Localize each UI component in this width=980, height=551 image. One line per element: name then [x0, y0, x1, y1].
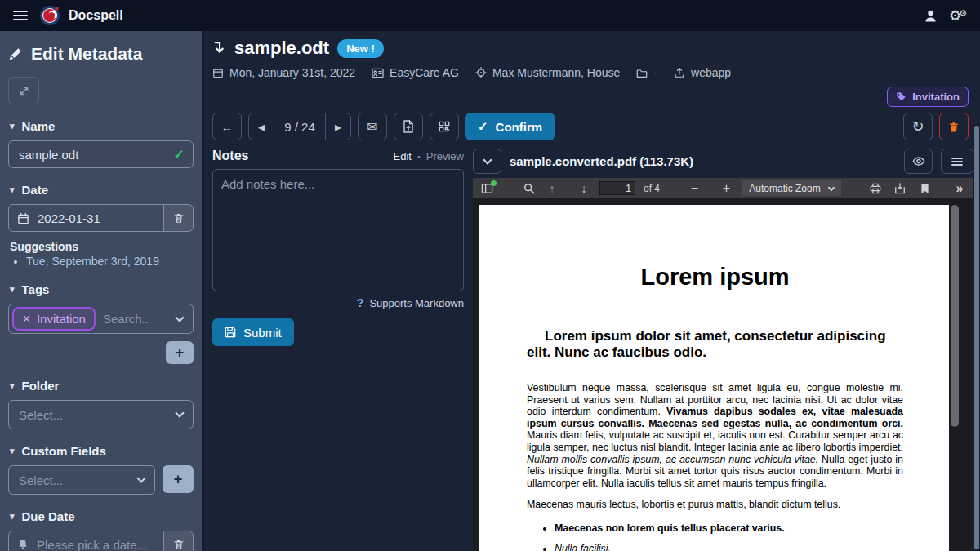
- tags-select[interactable]: ✕ Invitation Search..: [8, 304, 194, 334]
- due-date-placeholder: Please pick a date...: [37, 538, 155, 551]
- sidebar-title: Edit Metadata: [31, 44, 143, 64]
- trash-icon: [173, 212, 185, 224]
- date-section-header[interactable]: ▾ Date: [10, 183, 192, 197]
- name-input[interactable]: [17, 147, 167, 162]
- caret-left-icon: ◂: [258, 119, 265, 135]
- clear-due-date-button[interactable]: [163, 531, 193, 551]
- add-files-button[interactable]: [394, 113, 423, 140]
- file-upload-icon: [403, 120, 414, 133]
- tags-section-header[interactable]: ▾ Tags: [10, 282, 192, 296]
- reload-button[interactable]: ↻: [903, 113, 933, 140]
- back-button[interactable]: ←: [212, 113, 242, 140]
- calendar-icon: [17, 212, 29, 224]
- add-tag-button[interactable]: +: [166, 341, 194, 364]
- tags-section-label: Tags: [22, 282, 50, 296]
- trash-icon: [173, 539, 185, 550]
- pdf-zoom-out-button[interactable]: −: [687, 181, 702, 196]
- notes-title: Notes: [212, 149, 393, 163]
- pdf-paragraph: Vestibulum neque massa, scelerisque sit …: [527, 382, 903, 489]
- pdf-more-tools-button[interactable]: »: [952, 181, 967, 196]
- pdf-heading: Lorem ipsum dolor sit amet, consectetur …: [527, 328, 903, 361]
- attachment-menu-button[interactable]: [941, 149, 973, 174]
- name-section-header[interactable]: ▾ Name: [10, 119, 192, 133]
- qr-code-button[interactable]: [430, 113, 459, 140]
- arrow-down-icon: ↓: [581, 182, 587, 195]
- remove-tag-icon[interactable]: ✕: [22, 313, 31, 325]
- docspell-logo-icon: [39, 5, 60, 26]
- next-item-button[interactable]: ▸: [326, 113, 350, 140]
- due-date-field-box: Please pick a date...: [8, 531, 194, 551]
- pdf-zoom-in-button[interactable]: +: [719, 181, 733, 196]
- item-detail-main: sample.odt New ! Mon, January 31st, 2022…: [204, 31, 980, 551]
- bookmark-icon: [920, 183, 929, 194]
- custom-field-select[interactable]: Select...: [8, 465, 155, 495]
- tags-search-placeholder: Search..: [103, 312, 169, 326]
- pdf-sidebar-toggle-button[interactable]: [479, 183, 494, 194]
- pdf-page-down-button[interactable]: ↓: [577, 182, 591, 195]
- expand-sidebar-button[interactable]: [8, 77, 39, 104]
- qrcode-icon: [439, 121, 450, 132]
- folder-section-header[interactable]: ▾ Folder: [10, 379, 192, 393]
- chevron-down-icon: [175, 313, 184, 322]
- item-title: sample.odt: [234, 38, 329, 59]
- pencil-icon: [8, 47, 23, 61]
- pdf-bookmark-button[interactable]: [917, 183, 932, 194]
- pdf-scrollbar[interactable]: [951, 205, 959, 427]
- pdf-paragraph: Maecenas mauris lectus, lobortis et puru…: [527, 499, 903, 511]
- folder-select[interactable]: Select...: [8, 400, 194, 429]
- user-menu-button[interactable]: [924, 9, 938, 23]
- pdf-search-button[interactable]: [522, 183, 537, 194]
- date-picker[interactable]: 2022-01-31: [9, 205, 163, 231]
- pdf-page-up-button[interactable]: ↑: [545, 182, 559, 195]
- id-card-icon: [372, 68, 384, 78]
- due-date-section-header[interactable]: ▾ Due Date: [10, 509, 192, 523]
- page-scrollbar[interactable]: [973, 124, 980, 551]
- date-suggestion-link[interactable]: Tue, September 3rd, 2019: [26, 255, 194, 268]
- status-dot: [491, 180, 497, 186]
- add-custom-field-button[interactable]: +: [163, 465, 194, 493]
- saved-check-icon: ✓: [174, 147, 185, 162]
- preview-attachment-button[interactable]: [904, 149, 933, 174]
- custom-fields-section-header[interactable]: ▾ Custom Fields: [10, 444, 192, 458]
- notes-textarea[interactable]: [212, 169, 464, 291]
- upload-icon: [674, 67, 685, 78]
- pdf-page-input[interactable]: [599, 181, 635, 195]
- collapse-attachment-button[interactable]: [473, 149, 501, 174]
- notes-preview-link[interactable]: Preview: [426, 150, 464, 162]
- tag-chip-invitation[interactable]: ✕ Invitation: [12, 307, 96, 331]
- date-section-label: Date: [22, 183, 49, 197]
- pdf-document-title: Lorem ipsum: [527, 264, 903, 291]
- item-tag-badge: Invitation: [887, 87, 969, 107]
- bars-icon: [951, 157, 963, 167]
- clear-date-button[interactable]: [163, 205, 193, 231]
- settings-button[interactable]: ⚙ ⚙: [949, 9, 967, 23]
- plus-icon: +: [176, 344, 185, 362]
- page-scrollbar-thumb[interactable]: [974, 126, 979, 549]
- pdf-zoom-select[interactable]: Automatic Zoom: [742, 180, 840, 196]
- due-date-picker[interactable]: Please pick a date...: [9, 531, 163, 551]
- name-field-box: ✓: [8, 140, 194, 168]
- custom-field-placeholder: Select...: [19, 473, 131, 487]
- pdf-save-button[interactable]: [893, 183, 907, 194]
- plus-icon: +: [723, 181, 730, 196]
- send-mail-button[interactable]: ✉: [358, 113, 387, 140]
- caret-down-icon: ▾: [10, 121, 15, 131]
- chevron-down-icon: [136, 473, 145, 482]
- edit-metadata-sidebar: Edit Metadata ▾ Name ✓ ▾ Date 2022-01-31: [0, 31, 204, 551]
- suggestions-label: Suggestions: [10, 240, 192, 253]
- delete-item-button[interactable]: [939, 113, 969, 140]
- submit-notes-button[interactable]: Submit: [212, 318, 294, 346]
- crosshair-icon: [475, 67, 487, 78]
- notes-edit-link[interactable]: Edit: [393, 150, 411, 162]
- pdf-print-button[interactable]: [868, 183, 883, 194]
- app-logo[interactable]: Docspell: [39, 5, 123, 26]
- pdf-bullet-list: Maecenas non lorem quis tellus placerat …: [527, 522, 903, 551]
- due-date-section-label: Due Date: [22, 509, 75, 523]
- confirm-button[interactable]: ✓ Confirm: [466, 113, 555, 140]
- pdf-bullet: Nulla facilisi.: [555, 543, 903, 551]
- prev-item-button[interactable]: ◂: [249, 113, 274, 140]
- arrow-up-icon: ↑: [550, 182, 555, 195]
- menu-button[interactable]: [13, 10, 28, 21]
- markdown-hint: ? Supports Markdown: [212, 296, 464, 309]
- chevron-down-icon: [175, 408, 184, 417]
